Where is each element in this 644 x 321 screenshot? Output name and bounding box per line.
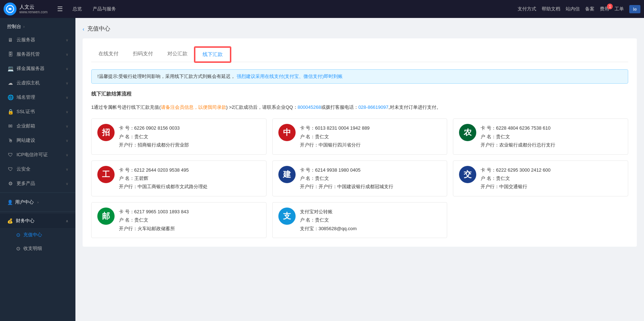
bank-card-2: 农 卡 号：6228 4804 6236 7538 610 户 名：贵仁文 开户… xyxy=(453,118,628,154)
nav-beian[interactable]: 备案 xyxy=(585,6,594,12)
tab-offline-remittance[interactable]: 线下汇款 xyxy=(195,47,231,62)
sidebar-item-vhost[interactable]: ☁ 云虚拟主机 ∨ xyxy=(0,76,75,90)
sidebar-divider-2 xyxy=(0,211,75,212)
bank-branch-7: 支付宝：3085628@qq.com xyxy=(300,224,357,233)
bank-card-7: 支 支付宝对公转账 户 名：贵仁文 支付宝：3085628@qq.com xyxy=(272,202,448,238)
nav-products[interactable]: 产品与服务 xyxy=(91,6,118,12)
card-number-0: 卡 号：6226 0902 8156 0033 xyxy=(119,124,189,132)
logo-icon xyxy=(4,3,17,15)
bank-logo-1: 中 xyxy=(278,124,296,141)
sidebar-user-center[interactable]: 👤 用户中心 › xyxy=(0,195,75,210)
card-number-6: 卡 号：6217 9965 1003 1893 843 xyxy=(119,208,189,216)
back-button[interactable]: ‹ xyxy=(83,26,84,32)
nav-inbox[interactable]: 站内信 xyxy=(566,6,580,12)
card-number-3: 卡 号：6212 2644 0203 9538 495 xyxy=(119,166,208,174)
nav-fees[interactable]: 费用 1 xyxy=(600,6,609,12)
tab-qr-pay[interactable]: 扫码支付 xyxy=(126,47,160,62)
bank-branch-4: 开户行：开户行：中国建设银行成都冠城支行 xyxy=(300,182,393,191)
step1-middle: ) >2汇款成功后，请联系企业QQ： xyxy=(226,104,298,110)
finance-arrow: ∧ xyxy=(66,219,68,223)
sidebar-item-website[interactable]: 🖱 网站建设 ∨ xyxy=(0,133,75,148)
holder-name-5: 户 名：贵仁文 xyxy=(481,174,550,182)
card-number-7: 支付宝对公转账 xyxy=(300,208,357,216)
sidebar-item-email[interactable]: ✉ 企业邮箱 ∨ xyxy=(0,119,75,133)
expand-arrow: ∨ xyxy=(66,81,68,85)
qq-link[interactable]: 800045268 xyxy=(298,104,321,110)
sidebar-item-cloud-security[interactable]: 🛡 云安全 ∨ xyxy=(0,162,75,176)
main-content: ‹ 充值中心 在线支付 扫码支付 对公汇款 线下汇款 !温馨提示:受银行处理时间… xyxy=(75,18,644,321)
phone-link[interactable]: 028-86619097 xyxy=(358,104,389,110)
email-icon: ✉ xyxy=(7,123,14,129)
expand-arrow: ∨ xyxy=(66,52,68,56)
bank-info-7: 支付宝对公转账 户 名：贵仁文 支付宝：3085628@qq.com xyxy=(300,208,357,233)
bank-info-6: 卡 号：6217 9965 1003 1893 843 户 名：贵仁文 开户行：… xyxy=(119,208,189,233)
ie-button[interactable]: Ie xyxy=(629,5,640,13)
holder-name-2: 户 名：贵仁文 xyxy=(481,132,555,141)
holder-name-6: 户 名：贵仁文 xyxy=(119,216,189,224)
bank-logo-4: 建 xyxy=(278,166,296,183)
bank-logo-5: 交 xyxy=(459,166,476,183)
bank-info-4: 卡 号：6214 9938 1980 0405 户 名：贵仁文 开户行：开户行：… xyxy=(300,166,393,191)
bank-branch-0: 开户行：招商银行成都分行营业部 xyxy=(119,141,189,149)
holder-name-0: 户 名：贵仁文 xyxy=(119,132,189,141)
nav-payment-method[interactable]: 支付方式 xyxy=(518,6,536,12)
sidebar-item-cloud-server[interactable]: 🖥 云服务器 ∨ xyxy=(0,33,75,47)
bank-card-1: 中 卡 号：6013 8231 0004 1942 889 户 名：贵仁文 开户… xyxy=(272,118,448,154)
sidebar-item-bare-metal[interactable]: 💻 裸金属服务器 ∨ xyxy=(0,61,75,76)
sidebar-control-title[interactable]: 控制台 › xyxy=(0,18,75,33)
sidebar-item-more[interactable]: ⚙ 更多产品 ∨ xyxy=(0,176,75,191)
bank-card-6: 邮 卡 号：6217 9965 1003 1893 843 户 名：贵仁文 开户… xyxy=(91,202,267,238)
nav-overview[interactable]: 总览 xyxy=(71,6,84,12)
nav-workorder[interactable]: 工单 xyxy=(615,6,624,12)
sidebar-item-server-hosting[interactable]: 🗄 服务器托管 ∨ xyxy=(0,47,75,61)
user-center-icon: 👤 xyxy=(7,200,13,205)
expand-arrow: ∨ xyxy=(66,182,68,186)
strong-recommendation[interactable]: 强烈建议采用在线支付(支付宝、微信支付)即时到账 xyxy=(237,74,343,79)
sidebar-item-ssl[interactable]: 🔒 SSL证书 ∨ xyxy=(0,104,75,119)
top-navigation: 人文云 www.renwen.com ☰ 总览 产品与服务 支付方式 帮助文档 … xyxy=(0,0,644,18)
holder-name-7: 户 名：贵仁文 xyxy=(300,216,357,224)
user-center-arrow: › xyxy=(37,200,38,204)
recharge-icon: ⊙ xyxy=(16,232,20,238)
bank-logo-2: 农 xyxy=(459,124,476,141)
bank-info-1: 卡 号：6013 8231 0004 1942 889 户 名：贵仁文 开户行：… xyxy=(300,124,370,149)
expand-arrow: ∨ xyxy=(66,38,68,42)
hamburger-icon[interactable]: ☰ xyxy=(55,4,65,14)
card-number-2: 卡 号：6228 4804 6236 7538 610 xyxy=(481,124,555,132)
sidebar-item-icp[interactable]: 🛡 ICP电信许可证 ∨ xyxy=(0,148,75,162)
notice-text: !温馨提示:受银行处理时间影响，采用线下汇款方式到账会有延迟， xyxy=(97,74,235,79)
expand-arrow: ∨ xyxy=(66,167,68,171)
holder-name-1: 户 名：贵仁文 xyxy=(300,132,370,141)
bank-logo-0: 招 xyxy=(97,124,115,141)
bank-branch-1: 开户行：中国银行四川省分行 xyxy=(300,141,370,149)
fees-badge: 1 xyxy=(607,4,613,9)
bank-branch-2: 开户行：农业银行成都分行总行支行 xyxy=(481,141,555,149)
sidebar-item-domain[interactable]: 🌐 域名管理 ∨ xyxy=(0,90,75,104)
top-nav-links: 总览 产品与服务 xyxy=(71,6,518,12)
sidebar-sub-recharge[interactable]: ⊙ 充值中心 xyxy=(0,228,75,242)
card-number-5: 卡 号：6222 6295 3000 2412 600 xyxy=(481,166,550,174)
tab-online-pay[interactable]: 在线支付 xyxy=(91,47,126,62)
logo: 人文云 www.renwen.com xyxy=(4,3,47,15)
expand-arrow: ∨ xyxy=(66,110,68,114)
sidebar-sub-billing[interactable]: ⊙ 收支明细 xyxy=(0,242,75,255)
top-nav-right: 支付方式 帮助文档 站内信 备案 费用 1 工单 Ie xyxy=(518,5,640,13)
nav-help-docs[interactable]: 帮助文档 xyxy=(542,6,560,12)
bank-card-0: 招 卡 号：6226 0902 8156 0033 户 名：贵仁文 开户行：招商… xyxy=(91,118,267,154)
step1-prefix: 1通过专属帐号进行线下汇款充值( xyxy=(91,104,161,110)
sidebar-finance-center[interactable]: 💰 财务中心 ∧ xyxy=(0,214,75,228)
bank-cards-grid: 招 卡 号：6226 0902 8156 0033 户 名：贵仁文 开户行：招商… xyxy=(91,118,628,238)
website-icon: 🖱 xyxy=(7,137,14,144)
control-expand-arrow: › xyxy=(23,25,24,29)
section-title: 线下汇款结算流程 xyxy=(91,91,628,97)
tab-corporate-transfer[interactable]: 对公汇款 xyxy=(160,47,195,62)
bank-branch-6: 开户行：火车站邮政储蓄所 xyxy=(119,224,189,233)
server-hosting-icon: 🗄 xyxy=(7,51,14,57)
main-layout: 控制台 › 🖥 云服务器 ∨ 🗄 服务器托管 ∨ 💻 裸金属服务器 ∨ ☁ 云虚… xyxy=(0,18,644,321)
sidebar: 控制台 › 🖥 云服务器 ∨ 🗄 服务器托管 ∨ 💻 裸金属服务器 ∨ ☁ 云虚… xyxy=(0,18,75,321)
bank-branch-5: 开户行：中国交通银行 xyxy=(481,182,550,191)
bare-metal-icon: 💻 xyxy=(7,65,14,72)
bank-card-3: 工 卡 号：6212 2644 0203 9538 495 户 名：王碧辉 开户… xyxy=(91,160,267,196)
page-title: 充值中心 xyxy=(87,25,110,33)
logo-brand: 人文云 xyxy=(19,4,47,10)
